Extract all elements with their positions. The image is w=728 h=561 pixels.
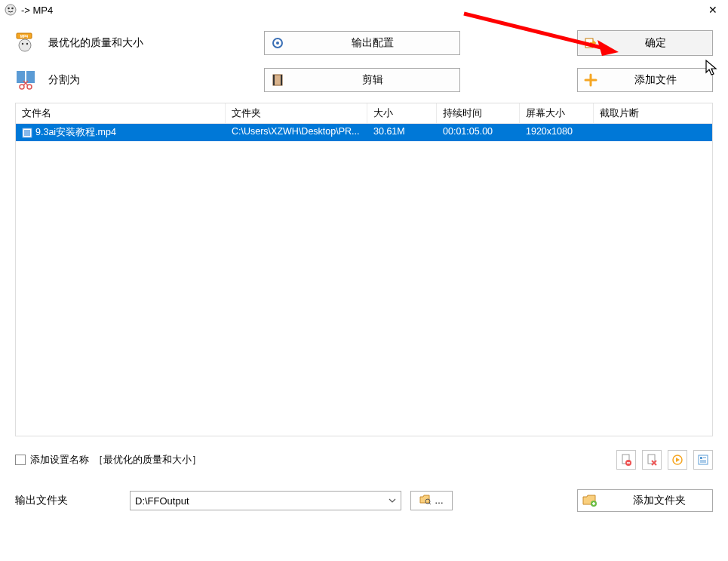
close-icon[interactable]: ✕ <box>704 4 722 16</box>
td-clip <box>594 124 712 141</box>
add-file-button[interactable]: 添加文件 <box>577 68 713 92</box>
play-button[interactable] <box>668 450 687 470</box>
bottom-row-2: 输出文件夹 D:\FFOutput … 添加文件夹 <box>0 474 728 519</box>
toolbar-row-2: 分割为 剪辑 添加文件 <box>0 62 728 103</box>
folder-plus-icon <box>582 494 597 507</box>
svg-rect-21 <box>24 130 30 136</box>
file-table: 文件名 文件夹 大小 持续时间 屏幕大小 截取片断 9.3ai安装教程.mp4 … <box>15 103 713 436</box>
split-label[interactable]: 分割为 <box>48 73 80 87</box>
titlebar-left: -> MP4 <box>5 4 53 16</box>
svg-line-33 <box>429 503 431 504</box>
edit-label: 剪辑 <box>292 73 453 87</box>
output-config-button[interactable]: 输出配置 <box>264 31 460 55</box>
add-file-group: 添加文件 <box>577 68 713 92</box>
th-screen[interactable]: 屏幕大小 <box>520 103 594 123</box>
chevron-down-icon <box>389 495 396 507</box>
td-size: 30.61M <box>367 124 437 141</box>
mp4-format-icon: MP4 <box>15 32 36 54</box>
info-button[interactable] <box>693 450 713 470</box>
split-group: 分割为 <box>15 69 249 91</box>
ok-button[interactable]: 确定 <box>577 30 713 56</box>
edit-group: 剪辑 <box>264 68 460 92</box>
table-row[interactable]: 9.3ai安装教程.mp4 C:\Users\XZWH\Desktop\PR..… <box>16 124 712 141</box>
td-folder: C:\Users\XZWH\Desktop\PR... <box>226 124 367 141</box>
add-folder-label: 添加文件夹 <box>607 494 712 507</box>
add-settings-label: 添加设置名称 <box>30 453 89 467</box>
small-icons-group <box>616 450 713 470</box>
plus-icon <box>584 73 597 87</box>
th-duration[interactable]: 持续时间 <box>437 103 520 123</box>
output-folder-value: D:\FFOutput <box>135 495 189 507</box>
edit-button[interactable]: 剪辑 <box>264 68 460 92</box>
app-icon <box>5 4 17 16</box>
table-header: 文件名 文件夹 大小 持续时间 屏幕大小 截取片断 <box>16 103 712 124</box>
folder-search-icon <box>419 495 432 507</box>
svg-point-2 <box>11 8 14 10</box>
output-folder-label: 输出文件夹 <box>15 494 121 507</box>
gear-icon <box>271 36 284 50</box>
td-duration: 00:01:05.00 <box>437 124 520 141</box>
browse-button[interactable]: … <box>410 491 453 510</box>
add-folder-button[interactable]: 添加文件夹 <box>577 489 713 512</box>
svg-point-7 <box>26 43 28 45</box>
quality-bracket-label: ［最优化的质量和大小］ <box>94 453 201 467</box>
output-folder-select[interactable]: D:\FFOutput <box>130 491 401 510</box>
th-name[interactable]: 文件名 <box>16 103 226 123</box>
add-file-label: 添加文件 <box>605 73 706 87</box>
svg-point-1 <box>8 8 10 10</box>
doc-remove-button[interactable] <box>616 450 636 470</box>
td-screen: 1920x1080 <box>520 124 594 141</box>
toolbar-row-1: MP4 最优化的质量和大小 输出配置 确定 <box>0 20 728 62</box>
svg-rect-19 <box>281 75 282 85</box>
svg-rect-27 <box>699 455 708 464</box>
svg-point-6 <box>22 43 23 45</box>
svg-rect-28 <box>700 457 702 459</box>
th-size[interactable]: 大小 <box>367 103 437 123</box>
ok-group: 确定 <box>577 30 713 56</box>
quality-label: 最优化的质量和大小 <box>48 36 143 50</box>
confirm-arrow-icon <box>584 36 597 50</box>
ok-label: 确定 <box>605 36 706 50</box>
add-settings-checkbox[interactable] <box>15 455 26 465</box>
svg-rect-18 <box>273 75 275 85</box>
td-name: 9.3ai安装教程.mp4 <box>16 124 226 141</box>
svg-rect-24 <box>627 462 630 464</box>
th-clip[interactable]: 截取片断 <box>594 103 712 123</box>
svg-text:MP4: MP4 <box>20 34 29 39</box>
output-config-label: 输出配置 <box>292 36 453 50</box>
window-title: -> MP4 <box>21 5 53 16</box>
browse-dots: … <box>435 495 444 506</box>
titlebar: -> MP4 ✕ <box>0 0 728 20</box>
file-name: 9.3ai安装教程.mp4 <box>35 126 116 139</box>
doc-delete-button[interactable] <box>642 450 662 470</box>
th-folder[interactable]: 文件夹 <box>226 103 367 123</box>
svg-point-5 <box>19 39 31 51</box>
output-config-group: 输出配置 <box>264 31 460 55</box>
bottom-row-1: 添加设置名称 ［最优化的质量和大小］ <box>0 436 728 474</box>
quality-group: MP4 最优化的质量和大小 <box>15 32 249 54</box>
svg-point-9 <box>276 42 279 45</box>
filmstrip-icon <box>271 73 284 87</box>
svg-point-0 <box>5 5 16 15</box>
video-file-icon <box>22 128 32 138</box>
scissors-icon <box>15 69 36 91</box>
